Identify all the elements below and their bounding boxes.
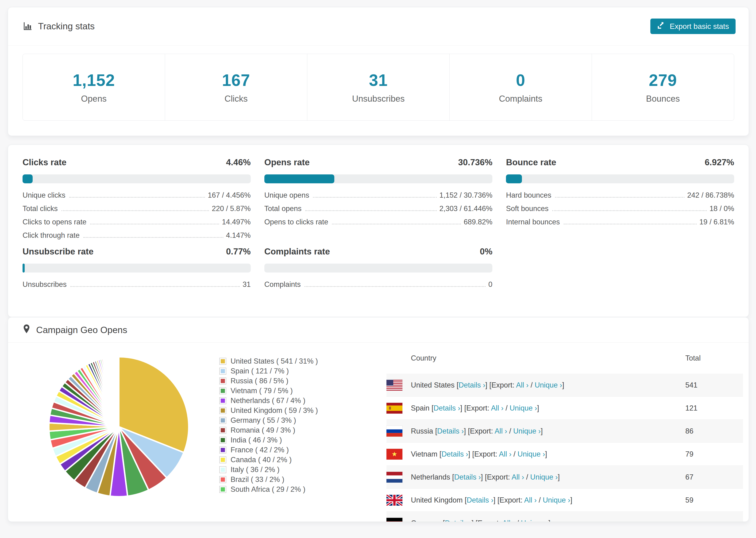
- rate-value-opens-rate: 30.736%: [458, 157, 492, 167]
- rate-row-label-soft-bounces: Soft bounces: [506, 204, 549, 213]
- bracket-text: [: [455, 381, 459, 389]
- geo-table-rows: United States [Details ›] [Export: All ›…: [387, 374, 743, 522]
- campaign-geo-opens-header: Campaign Geo Opens: [8, 317, 749, 343]
- map-pin-icon: [23, 324, 30, 336]
- dotted-leader: [305, 210, 436, 211]
- details-link-spain[interactable]: Details ›: [434, 404, 460, 412]
- legend-swatch-spain: [219, 368, 226, 375]
- export-unique-link-united-kingdom[interactable]: Unique ›: [543, 496, 570, 504]
- rate-progressbar-fill-unsubscribe-rate: [23, 264, 25, 273]
- details-link-vietnam[interactable]: Details ›: [441, 450, 468, 458]
- legend-swatch-netherlands: [219, 397, 226, 404]
- flag-ru-icon: [387, 426, 403, 437]
- rate-row-opens-to-clicks-rate: Opens to clicks rate689.82%: [264, 213, 493, 227]
- legend-swatch-india: [219, 437, 226, 444]
- legend-item-germany: Germany ( 55 / 3% ): [219, 415, 387, 425]
- export-unique-link-united-states[interactable]: Unique ›: [535, 381, 562, 389]
- rate-value-unsubscribe-rate: 0.77%: [226, 247, 251, 256]
- campaign-geo-opens-title: Campaign Geo Opens: [36, 325, 127, 335]
- legend-label-netherlands: Netherlands ( 67 / 4% ): [231, 397, 305, 405]
- total-cell-russia: 86: [685, 427, 743, 435]
- export-unique-link-vietnam[interactable]: Unique ›: [517, 450, 545, 458]
- dotted-leader: [564, 224, 697, 224]
- details-link-germany[interactable]: Details ›: [445, 519, 472, 522]
- bracket-text: ]: [562, 381, 564, 389]
- details-link-netherlands[interactable]: Details ›: [454, 473, 481, 481]
- legend-label-italy: Italy ( 36 / 2% ): [231, 465, 279, 474]
- bracket-text: ]: [549, 519, 551, 522]
- export-unique-link-germany[interactable]: Unique ›: [521, 519, 549, 522]
- legend-label-brazil: Brazil ( 33 / 2% ): [231, 475, 284, 484]
- export-all-link-russia[interactable]: All ›: [495, 427, 507, 435]
- rate-row-label-opens-to-clicks-rate: Opens to clicks rate: [264, 218, 328, 227]
- bracket-text: [: [437, 450, 441, 458]
- export-all-link-united-kingdom[interactable]: All ›: [524, 496, 536, 504]
- rate-block-unsubscribe-rate: Unsubscribe rate0.77%Unsubscribes31: [23, 247, 251, 289]
- details-link-united-states[interactable]: Details ›: [459, 381, 485, 389]
- separator-text: /: [528, 381, 535, 389]
- bracket-text: ] [Export:: [464, 427, 495, 435]
- tracking-stats-title-text: Tracking stats: [38, 21, 95, 31]
- export-unique-link-netherlands[interactable]: Unique ›: [530, 473, 558, 481]
- rates-card: Clicks rate4.46%Unique clicks167 / 4.456…: [8, 144, 749, 317]
- export-all-link-united-states[interactable]: All ›: [516, 381, 528, 389]
- rate-row-value-unique-clicks: 167 / 4.456%: [208, 191, 251, 200]
- legend-swatch-brazil: [219, 476, 226, 483]
- export-all-link-netherlands[interactable]: All ›: [512, 473, 524, 481]
- dotted-leader: [62, 210, 209, 211]
- legend-label-united-states: United States ( 541 / 31% ): [231, 357, 318, 365]
- details-link-russia[interactable]: Details ›: [437, 427, 464, 435]
- export-all-link-vietnam[interactable]: All ›: [499, 450, 512, 458]
- pie-slice-other-44: [118, 357, 119, 427]
- rate-value-bounce-rate: 6.927%: [705, 157, 734, 167]
- rate-row-label-complaints: Complaints: [264, 280, 301, 289]
- rate-rows-unsubscribe-rate: Unsubscribes31: [23, 276, 251, 289]
- country-name-united-kingdom: United Kingdom: [411, 496, 463, 504]
- flag-nl-icon: [387, 472, 403, 483]
- flag-gb-icon: [387, 495, 403, 506]
- stat-cell-bounces: 279Bounces: [592, 54, 734, 120]
- rate-row-unsubscribes: Unsubscribes31: [23, 276, 251, 289]
- legend-item-italy: Italy ( 36 / 2% ): [219, 465, 387, 475]
- rate-row-label-click-through-rate: Click through rate: [23, 231, 80, 240]
- export-unique-link-spain[interactable]: Unique ›: [510, 404, 537, 412]
- bar-chart-icon: [23, 21, 32, 31]
- geo-table-row-netherlands: Netherlands [Details ›] [Export: All › /…: [387, 466, 743, 489]
- stat-value-complaints: 0: [516, 71, 525, 90]
- rate-head-unsubscribe-rate: Unsubscribe rate0.77%: [23, 247, 251, 256]
- export-all-link-spain[interactable]: All ›: [491, 404, 503, 412]
- rate-row-unique-opens: Unique opens1,152 / 30.736%: [264, 187, 493, 200]
- geo-table-row-vietnam: Vietnam [Details ›] [Export: All › / Uni…: [387, 443, 743, 466]
- dotted-leader: [555, 197, 684, 198]
- bracket-text: ] [Export:: [468, 450, 499, 458]
- legend-swatch-romania: [219, 427, 226, 434]
- tracking-stats-header: Tracking stats Export basic stats: [8, 7, 749, 45]
- export-unique-link-russia[interactable]: Unique ›: [513, 427, 541, 435]
- rate-progressbar-fill-opens-rate: [264, 174, 335, 183]
- rate-progressbar-complaints-rate: [264, 264, 493, 273]
- stat-label-complaints: Complaints: [499, 94, 542, 104]
- details-link-united-kingdom[interactable]: Details ›: [467, 496, 494, 504]
- legend-label-united-kingdom: United Kingdom ( 59 / 3% ): [231, 406, 318, 415]
- rate-row-label-internal-bounces: Internal bounces: [506, 218, 560, 227]
- separator-text: /: [515, 519, 521, 522]
- dotted-leader: [71, 286, 240, 287]
- country-cell-germany: Germany [Details ›] [Export: All › / Uni…: [411, 519, 685, 522]
- export-all-link-germany[interactable]: All ›: [502, 519, 514, 522]
- legend-swatch-united-kingdom: [219, 407, 226, 414]
- dotted-leader: [83, 237, 223, 238]
- export-basic-stats-button[interactable]: Export basic stats: [650, 19, 735, 34]
- rate-row-value-opens-to-clicks-rate: 689.82%: [464, 218, 492, 227]
- flag-es-icon: [387, 403, 403, 413]
- stat-label-opens: Opens: [81, 94, 107, 104]
- rate-head-complaints-rate: Complaints rate0%: [264, 247, 493, 256]
- flag-cell-vietnam: [387, 449, 411, 459]
- rate-head-opens-rate: Opens rate30.736%: [264, 157, 493, 167]
- total-cell-spain: 121: [685, 404, 743, 412]
- legend-item-france: France ( 42 / 2% ): [219, 445, 387, 455]
- tracking-stats-card: Tracking stats Export basic stats 1,152O…: [8, 7, 749, 136]
- geo-table-header: Country Total: [387, 343, 743, 374]
- dotted-leader: [332, 224, 461, 224]
- country-cell-spain: Spain [Details ›] [Export: All › / Uniqu…: [411, 404, 685, 412]
- separator-text: /: [504, 404, 510, 412]
